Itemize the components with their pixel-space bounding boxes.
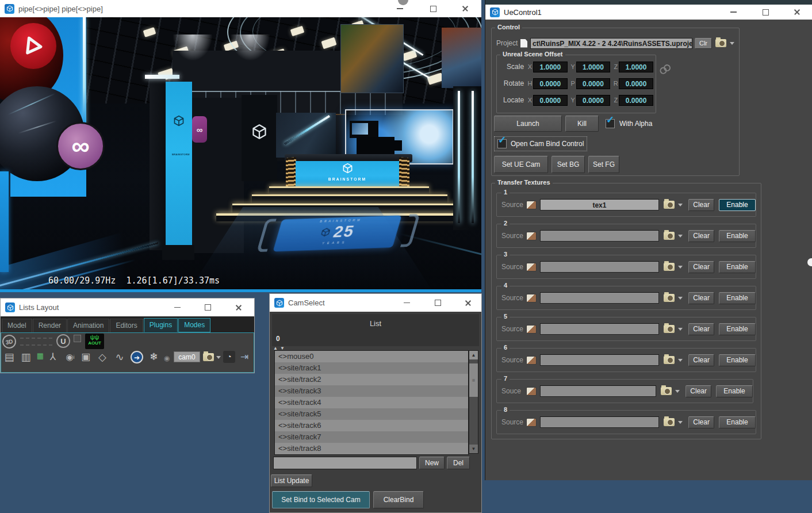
minimize-button[interactable]: [720, 5, 746, 20]
project-path-field[interactable]: ct\RuinsP_MIX 4.22 - 2 4.24\RuinsASSETS.…: [530, 38, 692, 49]
locate-x-field[interactable]: 0.0000: [533, 95, 568, 106]
enable-button[interactable]: Enable: [719, 230, 756, 242]
dropdown-caret-icon[interactable]: [678, 204, 683, 206]
dropdown-caret-icon[interactable]: [678, 359, 683, 362]
io-panel-icon[interactable]: ▦: [35, 350, 45, 362]
set-fg-button[interactable]: Set FG: [588, 156, 619, 173]
source-texture-field[interactable]: [540, 230, 660, 242]
dropdown-caret-icon[interactable]: [675, 390, 680, 393]
source-texture-field[interactable]: [540, 354, 660, 366]
new-item-input[interactable]: [273, 457, 417, 469]
folder-browse-icon[interactable]: [664, 418, 675, 426]
exit-door-icon[interactable]: ⇥: [238, 351, 251, 363]
source-texture-field[interactable]: tex1: [540, 199, 660, 210]
with-alpha-option[interactable]: ✓ With Alpha: [606, 119, 652, 128]
del-button[interactable]: Del: [447, 457, 470, 469]
set-bind-button[interactable]: Set Bind to Selected Cam: [272, 491, 370, 508]
new-button[interactable]: New: [419, 457, 445, 469]
source-texture-field[interactable]: [540, 292, 660, 304]
unreal-engine-icon[interactable]: U: [56, 334, 70, 348]
clear-button[interactable]: Clear: [688, 230, 714, 242]
tab-render[interactable]: Render: [33, 319, 67, 332]
clear-button[interactable]: Clear: [688, 416, 714, 428]
scale-x-field[interactable]: 1.0000: [533, 62, 568, 72]
clear-button[interactable]: Clear: [685, 385, 711, 397]
list-item[interactable]: <>site/track8: [275, 443, 468, 454]
list-item[interactable]: <>site/track5: [275, 408, 468, 420]
enable-button[interactable]: Enable: [716, 385, 753, 397]
snowflake-freeze-icon[interactable]: ❄: [147, 351, 160, 363]
minimize-button[interactable]: [393, 294, 420, 312]
clear-button[interactable]: Clear: [688, 354, 714, 366]
scroll-up-button[interactable]: ▲: [469, 351, 478, 359]
folder-browse-icon[interactable]: [203, 353, 214, 361]
clr-button[interactable]: Clr: [695, 38, 712, 49]
clear-button[interactable]: Clear: [688, 292, 714, 304]
list-item[interactable]: <>mouse0: [275, 351, 468, 362]
list-item[interactable]: <>site/track3: [275, 385, 468, 397]
scale-z-field[interactable]: 1.0000: [619, 62, 653, 72]
tab-editors[interactable]: Editors: [110, 319, 143, 332]
list-item[interactable]: <>site/track1: [275, 362, 468, 374]
list-scrollbar[interactable]: ▲ ≡ ▼: [469, 350, 478, 454]
list-item[interactable]: <>site/track4: [275, 397, 468, 408]
list-item[interactable]: <>site/track7: [275, 431, 468, 443]
camselect-titlebar[interactable]: CamSelect: [270, 294, 481, 312]
locate-z-field[interactable]: 0.0000: [619, 95, 653, 106]
dropdown-caret-icon[interactable]: [678, 421, 683, 424]
3d-mode-icon[interactable]: 3D: [1, 334, 17, 350]
clear-button[interactable]: Clear: [688, 261, 714, 273]
aout-icon[interactable]: ψψ AOUT: [85, 334, 104, 349]
dropdown-caret-icon[interactable]: [678, 297, 683, 300]
dropdown-caret-icon[interactable]: [730, 42, 734, 45]
folder-browse-icon[interactable]: [661, 387, 672, 395]
rotate-p-field[interactable]: 0.0000: [576, 78, 611, 89]
dropdown-caret-icon[interactable]: [216, 356, 221, 359]
enable-button[interactable]: Enable: [719, 292, 756, 304]
tab-plugins[interactable]: Plugins: [144, 318, 178, 332]
portrait-icon[interactable]: ▣: [80, 351, 91, 363]
folder-browse-icon[interactable]: [715, 39, 726, 47]
enable-button[interactable]: Enable: [719, 199, 756, 211]
small-camera-icon[interactable]: ◉: [162, 353, 171, 364]
cube-object-icon[interactable]: ◇: [96, 351, 109, 363]
set-bg-button[interactable]: Set BG: [551, 156, 585, 173]
clock-icon[interactable]: ◔: [223, 351, 235, 363]
minimize-button[interactable]: [164, 298, 190, 316]
maximize-button[interactable]: [194, 298, 221, 316]
toolbar-checkbox[interactable]: [74, 335, 81, 342]
python-script-icon[interactable]: ∿: [113, 351, 126, 363]
camera-info-icon[interactable]: ◉i: [63, 351, 77, 363]
list-update-button[interactable]: List Update: [271, 474, 312, 487]
clear-button[interactable]: Clear: [688, 199, 714, 211]
scale-y-field[interactable]: 1.0000: [576, 62, 611, 72]
scroll-down-button[interactable]: ▼: [469, 445, 478, 453]
folder-browse-icon[interactable]: [664, 201, 675, 209]
list-item[interactable]: <>site/track6: [275, 420, 468, 431]
maximize-button[interactable]: [752, 5, 779, 20]
pipe-titlebar[interactable]: pipe[<>pipe] pipe[<>pipe]: [0, 0, 481, 17]
save-icon[interactable]: ▤: [3, 351, 16, 363]
launch-button[interactable]: Launch: [494, 116, 562, 132]
open-cam-bind-checkbox[interactable]: ✓: [497, 139, 507, 148]
cam-listbox[interactable]: <>mouse0 <>site/track1 <>site/track2 <>s…: [274, 350, 469, 455]
folder-browse-icon[interactable]: [664, 356, 675, 364]
close-button[interactable]: [452, 0, 478, 17]
rig-person-icon[interactable]: ⅄: [47, 351, 59, 363]
scroll-thumb[interactable]: ≡: [469, 363, 478, 397]
folder-browse-icon[interactable]: [664, 263, 675, 271]
close-button[interactable]: [455, 294, 481, 312]
enable-button[interactable]: Enable: [719, 354, 756, 366]
folder-browse-icon[interactable]: [664, 232, 675, 240]
rotate-h-field[interactable]: 0.0000: [533, 78, 568, 89]
source-texture-field[interactable]: [540, 416, 660, 428]
maximize-button[interactable]: [420, 0, 446, 17]
clear-bind-button[interactable]: ClearBind: [373, 491, 424, 508]
clear-button[interactable]: Clear: [688, 323, 714, 335]
enable-button[interactable]: Enable: [719, 261, 756, 273]
source-texture-field[interactable]: [540, 323, 660, 335]
tab-model[interactable]: Model: [2, 319, 32, 332]
with-alpha-checkbox[interactable]: ✓: [606, 119, 615, 128]
link-scale-icon[interactable]: [658, 62, 673, 75]
maximize-button[interactable]: [424, 294, 451, 312]
